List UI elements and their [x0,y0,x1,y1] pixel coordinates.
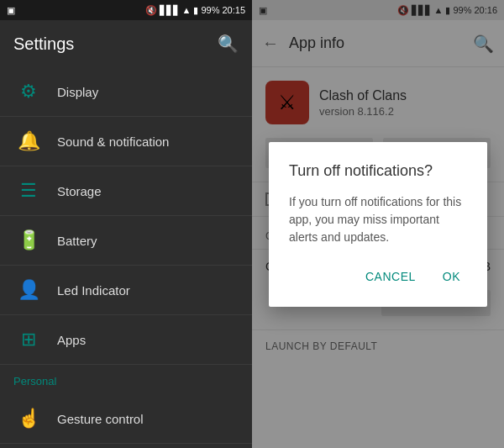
storage-icon: ☰ [13,180,44,202]
sidebar-item-gesture[interactable]: ☝ Gesture control [0,394,252,444]
battery-icon: ▮ [193,5,198,16]
sidebar-item-display[interactable]: ⚙ Display [0,67,252,117]
dialog-overlay: Turn off notifications? If you turn off … [252,0,504,448]
sidebar-item-battery[interactable]: 🔋 Battery [0,216,252,266]
apps-label: Apps [57,333,86,347]
led-label: Led Indicator [57,283,130,298]
sidebar-item-storage[interactable]: ☰ Storage [0,166,252,216]
status-bar-left: ▣ 🔇 ▋▋▋ ▲ ▮ 99% 20:15 [0,0,252,20]
time-display: 20:15 [222,5,245,15]
search-button[interactable]: 🔍 [218,34,239,54]
storage-label: Storage [57,184,102,198]
status-bar-right-info: 🔇 ▋▋▋ ▲ ▮ 99% 20:15 [145,5,245,16]
gesture-label: Gesture control [57,412,144,426]
dialog-message: If you turn off notifications for this a… [289,193,467,246]
apps-icon: ⊞ [13,329,44,350]
settings-title: Settings [13,34,74,54]
display-icon: ⚙ [13,81,44,103]
battery-label: Battery [57,234,97,248]
wifi-icon: ▲ [182,5,192,15]
status-bar-left-icons: ▣ [7,5,15,16]
display-label: Display [57,85,98,99]
settings-header: Settings 🔍 [0,20,252,67]
sidebar-item-apps[interactable]: ⊞ Apps [0,315,252,365]
sim-icon: ▣ [7,5,15,16]
battery-percent: 99% [201,5,219,15]
dialog-cancel-button[interactable]: CANCEL [359,266,423,287]
settings-panel: ▣ 🔇 ▋▋▋ ▲ ▮ 99% 20:15 Settings 🔍 ⚙ Displ… [0,0,252,448]
dialog-ok-button[interactable]: OK [436,266,467,287]
dialog-title: Turn off notifications? [289,162,467,180]
sound-icon: 🔔 [13,130,44,152]
dialog: Turn off notifications? If you turn off … [269,142,487,307]
gesture-icon: ☝ [13,408,44,430]
battery-icon-item: 🔋 [13,229,44,251]
sound-label: Sound & notification [57,134,169,149]
dialog-buttons: CANCEL OK [289,266,467,287]
sidebar-item-led[interactable]: 👤 Led Indicator [0,266,252,315]
appinfo-panel: ▣ 🔇 ▋▋▋ ▲ ▮ 99% 20:16 ← App info 🔍 ⚔ Cla… [252,0,504,448]
settings-list: ⚙ Display 🔔 Sound & notification ☰ Stora… [0,67,252,448]
mute-icon: 🔇 [145,5,157,16]
personal-section-header: Personal [0,365,252,394]
signal-icon: ▋▋▋ [160,5,180,16]
sidebar-item-sound[interactable]: 🔔 Sound & notification [0,117,252,166]
led-icon: 👤 [13,279,44,301]
